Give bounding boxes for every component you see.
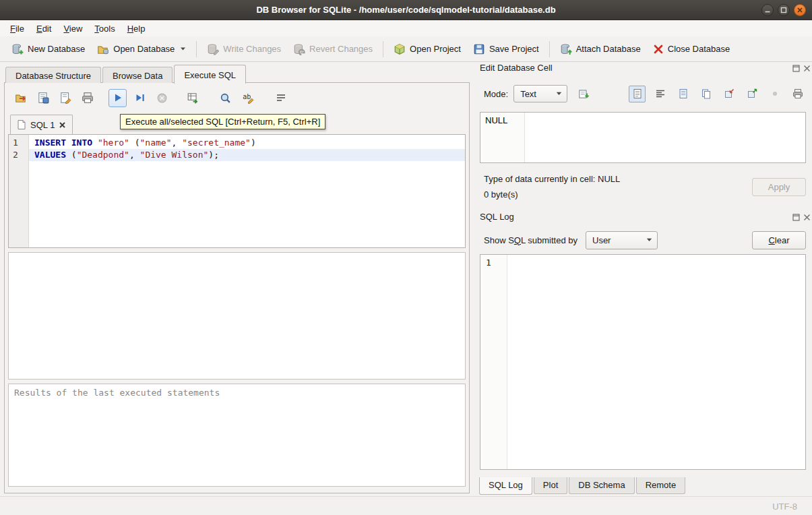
tab-database-structure[interactable]: Database Structure — [5, 67, 101, 83]
window-title: DB Browser for SQLite - /home/user/code/… — [256, 5, 555, 15]
save-sql-file-icon[interactable] — [34, 89, 52, 107]
results-message-pane[interactable]: Results of the last executed statements — [8, 384, 466, 487]
tab-execute-sql[interactable]: Execute SQL — [174, 65, 246, 84]
new-database-label: New Database — [28, 44, 85, 54]
line-number: 2 — [9, 149, 28, 161]
sql-code-line-current[interactable]: VALUES ("Deadpond", "Dive Wilson"); — [29, 149, 465, 161]
close-icon[interactable] — [794, 4, 806, 16]
sql-token — [92, 138, 98, 148]
sql-token: "name" — [140, 138, 172, 148]
sql-document-tab[interactable]: SQL 1 — [10, 115, 73, 134]
cell-value-editor[interactable]: NULL — [480, 112, 806, 163]
submitted-by-combo[interactable]: User — [586, 231, 658, 249]
auto-format-icon[interactable]: ab — [239, 89, 257, 107]
bottom-tab-bar: SQL Log Plot DB Schema Remote — [479, 477, 687, 495]
filter-label: Show SQL submitted by — [480, 235, 577, 245]
save-project-icon — [473, 43, 485, 55]
print-cell-icon[interactable] — [789, 86, 806, 102]
menu-view[interactable]: View — [57, 22, 88, 36]
log-content[interactable] — [507, 255, 805, 469]
cell-edit-area[interactable] — [525, 113, 805, 162]
open-database-button[interactable]: Open Database — [91, 40, 192, 59]
export-results-icon[interactable] — [183, 89, 201, 107]
save-project-button[interactable]: Save Project — [467, 40, 545, 59]
minimize-icon[interactable] — [761, 4, 774, 16]
toolbar-separator — [549, 41, 550, 57]
close-dock-icon[interactable] — [803, 214, 811, 221]
close-database-button[interactable]: Close Database — [647, 40, 737, 58]
word-wrap-icon[interactable] — [272, 89, 290, 107]
tab-plot[interactable]: Plot — [534, 477, 567, 494]
find-replace-icon[interactable] — [216, 89, 235, 107]
save-sql-as-icon[interactable] — [56, 89, 74, 107]
status-bar: UTF-8 — [0, 496, 812, 515]
menubar: File Edit View Tools Help — [0, 20, 812, 36]
dropdown-caret-icon[interactable] — [180, 47, 186, 51]
open-in-editor-icon[interactable] — [675, 86, 691, 102]
copy-icon[interactable] — [697, 86, 714, 102]
import-cell-icon[interactable] — [720, 86, 737, 102]
write-changes-button: Write Changes — [201, 40, 287, 59]
write-changes-label: Write Changes — [223, 44, 281, 54]
sql-token: ) — [251, 138, 256, 148]
import-from-file-icon[interactable] — [574, 85, 592, 103]
sql-code-area[interactable]: INSERT INTO "hero" ("name", "secret_name… — [29, 135, 465, 247]
execute-all-icon[interactable] — [108, 89, 127, 107]
encoding-label: UTF-8 — [772, 502, 797, 512]
svg-text:ab: ab — [243, 93, 251, 100]
print-icon[interactable] — [78, 89, 96, 107]
tab-sql-log[interactable]: SQL Log — [479, 477, 532, 495]
execute-line-icon[interactable] — [131, 89, 149, 107]
tooltip: Execute all/selected SQL [Ctrl+Return, F… — [120, 114, 325, 129]
chevron-down-icon — [646, 238, 652, 242]
sql-log-header: SQL Log — [480, 212, 514, 224]
sql-token: "hero" — [98, 138, 129, 148]
export-cell-icon[interactable] — [743, 86, 760, 102]
open-database-icon — [97, 43, 109, 55]
sql-token: ( — [66, 150, 77, 160]
attach-database-button[interactable]: Attach Database — [554, 40, 647, 59]
tab-db-schema[interactable]: DB Schema — [569, 477, 634, 494]
tab-remote[interactable]: Remote — [636, 477, 686, 494]
line-number-gutter: 1 2 — [9, 135, 29, 247]
menu-tools[interactable]: Tools — [88, 22, 121, 36]
chevron-down-icon — [556, 92, 562, 96]
mode-combo[interactable]: Text — [513, 85, 567, 102]
text-mode-icon[interactable] — [629, 86, 646, 102]
sql-code-line[interactable]: INSERT INTO "hero" ("name", "secret_name… — [29, 137, 465, 149]
sql-token: "secret_name" — [182, 138, 251, 148]
results-placeholder: Results of the last executed statements — [14, 388, 220, 398]
clear-button[interactable]: Clear — [752, 231, 806, 249]
toolbar-separator — [383, 41, 383, 57]
close-database-icon — [653, 44, 664, 55]
float-icon[interactable] — [792, 65, 800, 72]
results-grid-pane[interactable] — [8, 252, 466, 380]
sql-log-view[interactable]: 1 — [480, 254, 806, 470]
new-database-button[interactable]: New Database — [5, 40, 91, 59]
titlebar[interactable]: DB Browser for SQLite - /home/user/code/… — [0, 0, 812, 20]
toolbar-separator — [196, 41, 197, 57]
word-wrap-lines-icon[interactable] — [652, 86, 668, 102]
close-dock-icon[interactable] — [803, 65, 811, 72]
float-icon[interactable] — [792, 214, 800, 221]
open-sql-file-icon[interactable] — [11, 89, 30, 107]
sql-token: , — [129, 150, 140, 160]
sql-token: ( — [129, 138, 140, 148]
sql-token: "Deadpond" — [77, 150, 129, 160]
sql-file-icon — [18, 120, 26, 129]
cell-value-text: NULL — [480, 113, 525, 162]
maximize-icon[interactable] — [778, 4, 790, 16]
close-tab-icon[interactable] — [59, 122, 65, 128]
sql-token: INSERT INTO — [34, 138, 92, 148]
close-database-label: Close Database — [668, 44, 730, 54]
sql-editor[interactable]: 1 2 INSERT INTO "hero" ("name", "secret_… — [8, 134, 466, 248]
main-tab-bar: Database Structure Browse Data Execute S… — [5, 65, 247, 83]
open-project-button[interactable]: Open Project — [387, 40, 467, 59]
sql-log-filter-row: Show SQL submitted by User Clear — [480, 231, 806, 249]
menu-edit[interactable]: Edit — [30, 22, 57, 36]
menu-file[interactable]: File — [4, 22, 30, 36]
log-line-number: 1 — [480, 255, 507, 469]
menu-help[interactable]: Help — [121, 22, 152, 36]
open-project-label: Open Project — [410, 44, 461, 54]
tab-browse-data[interactable]: Browse Data — [102, 67, 173, 83]
